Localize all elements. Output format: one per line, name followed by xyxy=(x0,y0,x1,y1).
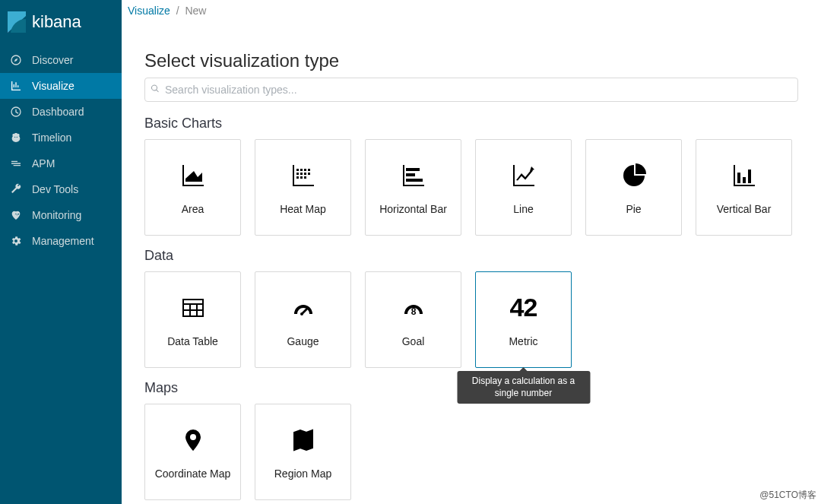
heartbeat-icon xyxy=(9,208,23,222)
kibana-logo-icon xyxy=(8,11,26,33)
metric-number: 42 xyxy=(510,293,537,322)
sidebar-item-label: Monitoring xyxy=(32,209,81,221)
sidebar-item-label: Dev Tools xyxy=(32,183,78,195)
card-label: Gauge xyxy=(287,335,319,347)
section-label-basic: Basic Charts xyxy=(144,116,798,132)
sidebar-item-monitoring[interactable]: Monitoring xyxy=(0,202,122,228)
card-label: Horizontal Bar xyxy=(379,203,447,215)
card-label: Pie xyxy=(626,203,641,215)
lion-icon xyxy=(9,131,23,144)
metric-tooltip: Display a calculation as a single number xyxy=(457,371,590,404)
sidebar-item-label: Discover xyxy=(32,54,73,66)
watermark: @51CTO博客 xyxy=(759,489,816,502)
horizontal-bar-icon xyxy=(398,160,429,191)
vertical-bar-icon xyxy=(729,160,759,191)
gauge-icon xyxy=(288,293,319,323)
sidebar-item-discover[interactable]: Discover xyxy=(0,47,122,73)
card-data-table[interactable]: Data Table xyxy=(144,271,241,368)
bar-chart-icon xyxy=(9,79,23,93)
card-coordinate-map[interactable]: Coordinate Map xyxy=(144,404,241,500)
area-chart-icon xyxy=(178,160,208,191)
card-label: Line xyxy=(513,203,533,215)
content: Select visualization type Basic Charts A… xyxy=(122,17,821,504)
map-icon xyxy=(288,425,319,455)
sidebar-item-label: Dashboard xyxy=(32,106,84,118)
card-metric[interactable]: 42 Metric Display a calculation as a sin… xyxy=(475,271,572,368)
clock-icon xyxy=(9,105,23,119)
sidebar-item-label: APM xyxy=(32,157,55,170)
breadcrumb-current: New xyxy=(185,5,206,17)
section-label-data: Data xyxy=(144,248,798,264)
card-label: Data Table xyxy=(167,335,218,347)
card-area[interactable]: Area xyxy=(144,139,241,236)
sidebar-item-label: Visualize xyxy=(32,80,74,92)
card-horizontal-bar[interactable]: Horizontal Bar xyxy=(365,139,461,236)
search-input[interactable] xyxy=(144,78,798,102)
sidebar-item-apm[interactable]: APM xyxy=(0,151,122,176)
sidebar-item-management[interactable]: Management xyxy=(0,228,122,254)
sidebar-item-label: Management xyxy=(32,235,94,247)
sidebar-item-devtools[interactable]: Dev Tools xyxy=(0,176,122,202)
cards-data: Data Table Gauge 8 Goal 42 Metric Displa… xyxy=(144,271,798,368)
card-line[interactable]: Line xyxy=(475,139,572,236)
breadcrumb-sep: / xyxy=(176,5,179,17)
gear-icon xyxy=(9,234,23,248)
card-label: Coordinate Map xyxy=(155,468,231,480)
compass-icon xyxy=(9,53,23,67)
search-icon xyxy=(151,84,160,96)
cards-basic: Area Heat Map Horizontal Bar Line Pie Ve… xyxy=(144,139,798,236)
goal-icon: 8 xyxy=(398,293,429,323)
breadcrumb-root[interactable]: Visualize xyxy=(128,5,170,17)
main-area: Visualize / New Select visualization typ… xyxy=(122,0,821,504)
page-title: Select visualization type xyxy=(144,50,798,71)
breadcrumb: Visualize / New xyxy=(122,0,821,17)
card-label: Goal xyxy=(402,335,425,347)
sidebar-item-timelion[interactable]: Timelion xyxy=(0,125,122,151)
search-wrap xyxy=(144,78,798,102)
sidebar-nav: Discover Visualize Dashboard Timelion AP… xyxy=(0,44,122,254)
card-region-map[interactable]: Region Map xyxy=(255,404,351,500)
card-label: Vertical Bar xyxy=(717,203,772,215)
line-chart-icon xyxy=(509,160,539,191)
metric-icon: 42 xyxy=(509,293,539,323)
card-goal[interactable]: 8 Goal xyxy=(365,271,461,368)
sidebar-item-dashboard[interactable]: Dashboard xyxy=(0,99,122,125)
table-icon xyxy=(178,293,208,323)
card-label: Region Map xyxy=(274,468,332,480)
cards-maps: Coordinate Map Region Map xyxy=(144,404,798,500)
card-gauge[interactable]: Gauge xyxy=(255,271,351,368)
brand-logo[interactable]: kibana xyxy=(0,0,122,44)
card-pie[interactable]: Pie xyxy=(585,139,682,236)
card-vertical-bar[interactable]: Vertical Bar xyxy=(696,139,792,236)
card-label: Area xyxy=(182,203,204,215)
sidebar-item-visualize[interactable]: Visualize xyxy=(0,73,122,99)
svg-text:8: 8 xyxy=(410,306,416,317)
sidebar-item-label: Timelion xyxy=(32,132,71,144)
sidebar: kibana Discover Visualize Dashboard Time… xyxy=(0,0,122,504)
card-heatmap[interactable]: Heat Map xyxy=(255,139,351,236)
heatmap-icon xyxy=(288,160,319,191)
card-label: Metric xyxy=(509,335,537,347)
card-label: Heat Map xyxy=(280,203,326,215)
brand-name: kibana xyxy=(32,12,81,32)
wrench-icon xyxy=(9,182,23,196)
apm-icon xyxy=(9,157,23,170)
pin-icon xyxy=(178,425,208,455)
pie-chart-icon xyxy=(619,160,649,191)
